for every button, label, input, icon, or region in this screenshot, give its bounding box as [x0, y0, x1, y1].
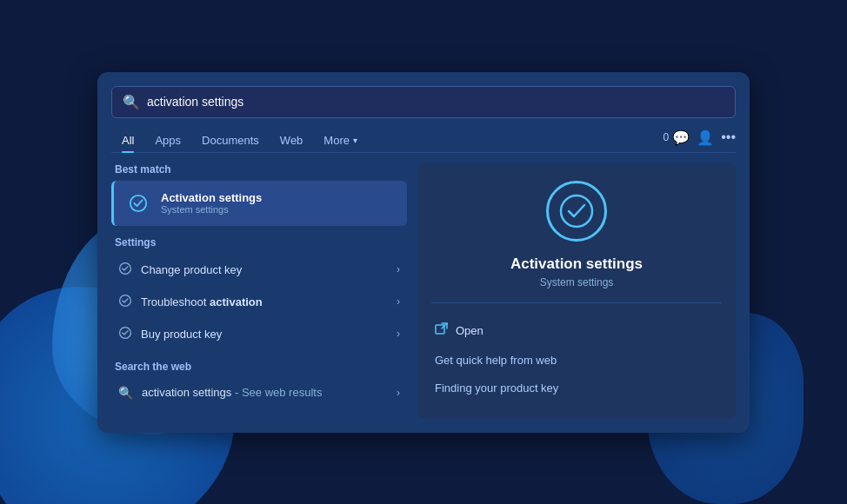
person-icon[interactable]: 👤	[697, 129, 714, 146]
chevron-right-icon-2: ›	[397, 295, 400, 308]
search-bar: 🔍	[111, 86, 736, 118]
more-options-icon[interactable]: •••	[721, 129, 736, 145]
circle-check-icon-2	[118, 294, 132, 310]
tabs-bar: All Apps Documents Web More ▾ 0 💬 👤 •••	[111, 129, 736, 153]
tab-actions: 0 💬 👤 •••	[664, 129, 737, 151]
buy-product-key-label: Buy product key	[141, 328, 397, 341]
open-label: Open	[456, 324, 484, 337]
tab-web[interactable]: Web	[270, 129, 314, 152]
left-panel: Best match Activation settings System se…	[111, 163, 407, 419]
circle-check-icon-3	[118, 326, 132, 342]
circle-check-icon-1	[118, 262, 132, 278]
search-input[interactable]	[147, 95, 724, 109]
quick-help-label: Get quick help from web	[435, 354, 557, 367]
open-button[interactable]: Open	[431, 315, 722, 346]
troubleshoot-label: Troubleshoot activation	[141, 295, 397, 308]
chevron-right-icon-web: ›	[397, 387, 400, 399]
best-match-subtitle: System settings	[161, 204, 262, 215]
settings-label: Settings	[111, 236, 407, 249]
right-panel-subtitle: System settings	[540, 276, 614, 288]
tab-documents[interactable]: Documents	[191, 129, 270, 152]
chat-icon: 💬	[672, 129, 690, 146]
badge-count: 0 💬	[664, 129, 690, 146]
right-panel-title: Activation settings	[510, 255, 643, 273]
best-match-title: Activation settings	[161, 191, 262, 204]
settings-item-buy-product-key[interactable]: Buy product key ›	[111, 318, 407, 350]
settings-list: Change product key › Troubleshoot activa…	[111, 254, 407, 350]
open-external-icon	[435, 322, 449, 339]
right-panel-divider	[431, 302, 722, 303]
best-match-item[interactable]: Activation settings System settings	[111, 181, 407, 226]
search-icon: 🔍	[123, 94, 140, 110]
activation-icon-large	[546, 181, 607, 242]
svg-point-0	[130, 195, 146, 210]
quick-help-link[interactable]: Get quick help from web	[431, 346, 722, 374]
web-search-item[interactable]: 🔍 activation settings - See web results …	[111, 378, 407, 408]
search-panel: 🔍 All Apps Documents Web More ▾ 0 💬 👤 ••…	[97, 72, 750, 433]
main-content: Best match Activation settings System se…	[111, 163, 736, 419]
right-panel-actions: Open Get quick help from web Finding you…	[431, 315, 722, 401]
tab-all[interactable]: All	[111, 129, 144, 152]
finding-key-link[interactable]: Finding your product key	[431, 374, 722, 401]
finding-key-label: Finding your product key	[435, 381, 558, 395]
web-search-label: Search the web	[111, 361, 407, 373]
chevron-right-icon-1: ›	[397, 263, 400, 275]
right-panel: Activation settings System settings Open	[417, 163, 736, 419]
settings-item-troubleshoot[interactable]: Troubleshoot activation ›	[111, 286, 407, 318]
web-search-query-icon: 🔍	[118, 386, 133, 400]
best-match-label: Best match	[111, 163, 407, 176]
tab-more[interactable]: More ▾	[313, 129, 368, 152]
settings-item-change-product-key[interactable]: Change product key ›	[111, 254, 407, 286]
chevron-right-icon-3: ›	[397, 328, 400, 340]
best-match-text: Activation settings System settings	[161, 191, 262, 215]
activation-settings-icon	[124, 189, 152, 217]
chevron-down-icon: ▾	[353, 136, 357, 145]
tab-apps[interactable]: Apps	[144, 129, 191, 152]
web-search-query-label: activation settings - See web results	[142, 386, 397, 399]
svg-point-4	[561, 196, 592, 227]
change-product-key-label: Change product key	[141, 263, 397, 276]
